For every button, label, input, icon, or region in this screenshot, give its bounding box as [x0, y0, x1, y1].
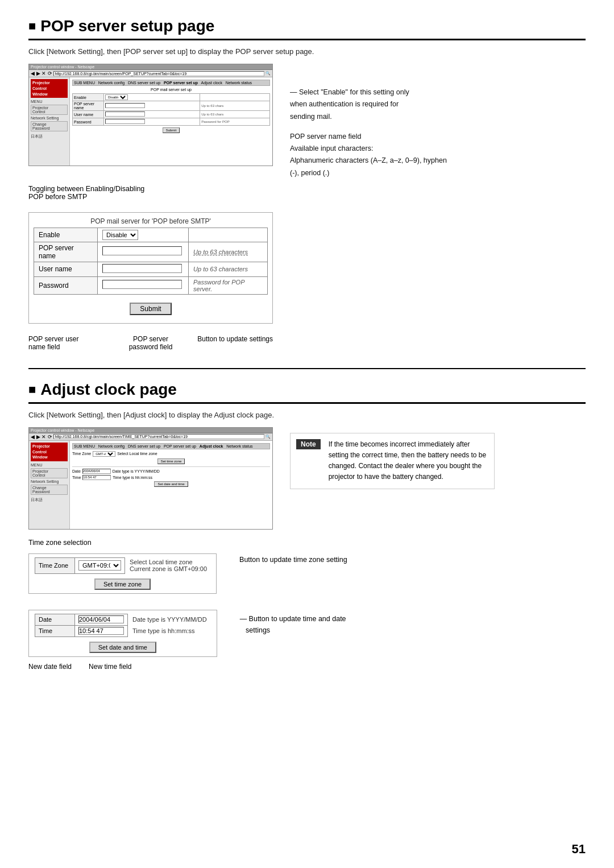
browser-title: Projector control window - Netscape	[29, 64, 272, 70]
bottom-labels: POP server username field POP serverpass…	[28, 335, 273, 351]
password-row: Password Password for POP server.	[34, 276, 268, 294]
enable-row: Enable Disable Enable	[34, 228, 268, 242]
new-date-label: New date field	[28, 663, 72, 671]
tz-select-cell[interactable]: GMT+09:00	[75, 557, 125, 573]
username-label: User name	[34, 262, 98, 276]
note-text: If the time becomes incorrect immediatel…	[329, 439, 488, 483]
pop-description: Click [Network Setting], then [POP serve…	[28, 47, 586, 56]
datetime-button-annotation: — Button to update time and date setting…	[240, 607, 346, 636]
adjust-browser-title: Projector control window - Netscape	[29, 428, 272, 433]
adjust-jp[interactable]: 日本語	[31, 497, 68, 503]
time-input-cell[interactable]	[75, 625, 128, 636]
pop-browser-mock: Projector control window - Netscape ◀ ▶ …	[28, 64, 273, 179]
adjust-net-setting[interactable]: Network Setting	[31, 480, 68, 483]
enable-label: Enable	[34, 228, 98, 242]
adjust-toolbar: ◀ ▶ ✕ ⟳ http://192.168.0.8/cgi-bin/main/…	[29, 433, 272, 441]
note-container: Note If the time becomes incorrect immed…	[290, 433, 495, 530]
menu-item[interactable]: MENU	[31, 100, 68, 104]
tz-select-desc: Select Local time zone Current zone is G…	[125, 557, 211, 573]
timezone-select[interactable]: GMT+09:00	[78, 560, 121, 571]
adjust-title: Adjust clock page	[28, 381, 586, 404]
username-row: User name Up to 63 characters	[34, 262, 268, 276]
new-time-label: New time field	[89, 663, 131, 671]
password-label: Password	[34, 276, 98, 294]
username-input[interactable]	[98, 262, 189, 276]
time-input[interactable]	[78, 627, 124, 635]
pop-section: POP server setup page Click [Network Set…	[28, 17, 586, 351]
set-datetime-button[interactable]: Set date and time	[89, 642, 156, 653]
date-row: Date Date type is YYYY/MM/DD	[35, 614, 211, 625]
projector-logo: ProjectorControlWindow	[31, 79, 68, 98]
adjust-change-pw[interactable]: ChangePassword	[31, 485, 68, 495]
pop-right-annotation: — Select "Enable" for this setting only …	[290, 64, 447, 179]
datetime-field-labels: New date field New time field	[28, 663, 217, 671]
projector-control-item[interactable]: ProjectorControl	[31, 105, 68, 115]
adjust-menu[interactable]: MENU	[31, 463, 68, 467]
network-setting-item[interactable]: Network Setting	[31, 116, 68, 120]
enlarged-form-section: POP mail server for 'POP before SMTP' En…	[28, 212, 273, 324]
japanese-item[interactable]: 日本語	[31, 134, 68, 139]
datetime-table: Date Date type is YYYY/MM/DD Time Time t…	[35, 614, 211, 637]
pop-server-label: POP server name	[34, 242, 98, 262]
adjust-projector-logo: ProjectorControlWindow	[31, 443, 68, 461]
tz-label: Time Zone	[35, 557, 75, 573]
timezone-label: Time zone selection	[28, 539, 217, 547]
submit-button[interactable]: Submit	[130, 303, 171, 315]
date-input-cell[interactable]	[75, 614, 128, 625]
adjust-section: Adjust clock page Click [Network Setting…	[28, 381, 586, 671]
adjust-browser-mock: Projector control window - Netscape ◀ ▶ …	[28, 427, 273, 530]
timezone-form: Time Zone GMT+09:00 Select Local time zo…	[28, 553, 217, 594]
date-type-desc: Date type is YYYY/MM/DD	[128, 614, 211, 625]
set-timezone-button[interactable]: Set time zone	[94, 578, 151, 590]
datetime-mock-section: Date2004/06/04 Date type is YYYY/MM/DD T…	[72, 466, 270, 487]
pop-title: POP server setup page	[28, 17, 586, 40]
date-label: Date	[35, 614, 75, 625]
date-input[interactable]	[78, 615, 124, 623]
enable-note: — Select "Enable" for this setting only …	[290, 86, 447, 123]
mock-form-table: EnableDisable POP server nameUp to 63 ch…	[72, 93, 270, 126]
browser-toolbar: ◀ ▶ ✕ ⟳ http://192.168.0.8/cgi-bin/main/…	[29, 70, 272, 77]
timezone-mock-row: Time Zone GMT+09:00 Select Local time zo…	[72, 451, 270, 457]
mock-tz-select[interactable]: GMT+09:00	[93, 451, 115, 457]
password-desc: Password for POP server.	[189, 276, 268, 294]
timezone-row: Time Zone GMT+09:00 Select Local time zo…	[35, 557, 211, 573]
mock-setdt-btn[interactable]: Set date and time	[154, 481, 188, 487]
timezone-button-annotation: Button to update time zone setting	[239, 539, 347, 564]
timezone-table: Time Zone GMT+09:00 Select Local time zo…	[35, 557, 210, 574]
mock-settz-btn[interactable]: Set time zone	[157, 458, 185, 464]
label-user-field: POP server username field	[28, 335, 110, 351]
note-label: Note	[296, 439, 324, 449]
page-number: 51	[572, 842, 586, 857]
username-desc: Up to 63 characters	[189, 262, 268, 276]
datetime-section: Date Date type is YYYY/MM/DD Time Time t…	[28, 607, 217, 671]
label-password-field: POP serverpassword field	[110, 335, 191, 351]
pop-form-table: Enable Disable Enable POP server name	[34, 228, 268, 295]
form-header-mock: POP mail server set up	[72, 88, 270, 92]
change-password-item[interactable]: ChangePassword	[31, 121, 68, 131]
submenu-bar: SUB MENU Network config DNS server set u…	[72, 80, 270, 86]
pop-server-desc: Up to 63 characters	[189, 242, 268, 262]
time-label: Time	[35, 625, 75, 636]
label-update-button: Button to update settings	[192, 335, 273, 351]
adjust-description: Click [Network Setting], then [Adjust cl…	[28, 411, 586, 419]
pop-server-row: POP server name Up to 63 characters	[34, 242, 268, 262]
form-section-title: POP mail server for 'POP before SMTP'	[34, 217, 268, 225]
timezone-section: Time zone selection Time Zone GMT+09:00 …	[28, 539, 217, 596]
mock-enable-select[interactable]: Disable	[105, 94, 128, 100]
enable-input[interactable]: Disable Enable	[98, 228, 189, 242]
time-type-desc: Time type is hh:mm:ss	[128, 625, 211, 636]
adjust-submenu-bar: SUB MENU Network config DNS server set u…	[72, 443, 270, 449]
pop-server-input[interactable]	[98, 242, 189, 262]
enable-select[interactable]: Disable Enable	[102, 230, 138, 240]
enable-desc	[189, 228, 268, 242]
pop-server-note: POP server name field Available input ch…	[290, 131, 447, 179]
toggle-label: Toggling between Enabling/DisablingPOP b…	[28, 185, 273, 201]
mock-submit-btn[interactable]: Submit	[163, 127, 180, 133]
password-input[interactable]	[98, 276, 189, 294]
adjust-proj-ctrl[interactable]: ProjectorControl	[31, 468, 68, 478]
datetime-form: Date Date type is YYYY/MM/DD Time Time t…	[28, 610, 217, 657]
section-divider	[28, 368, 586, 369]
time-row: Time Time type is hh:mm:ss	[35, 625, 211, 636]
